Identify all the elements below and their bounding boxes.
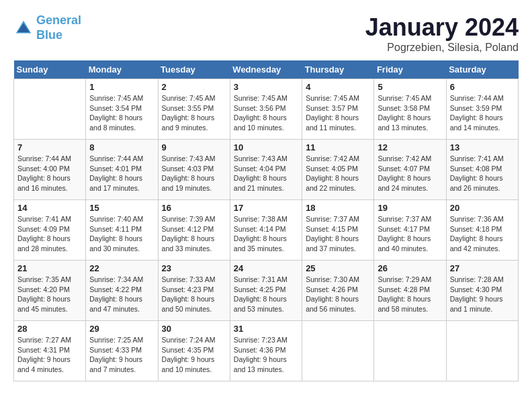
day-number: 28 [17, 324, 82, 334]
day-cell: 1Sunrise: 7:45 AMSunset: 3:54 PMDaylight… [86, 79, 158, 140]
day-cell: 7Sunrise: 7:44 AMSunset: 4:00 PMDaylight… [14, 140, 86, 200]
day-cell: 14Sunrise: 7:41 AMSunset: 4:09 PMDayligh… [14, 200, 86, 261]
day-number: 13 [450, 142, 515, 152]
day-number: 26 [378, 263, 442, 273]
day-number: 10 [234, 142, 298, 152]
day-number: 30 [162, 324, 226, 334]
day-cell: 10Sunrise: 7:43 AMSunset: 4:04 PMDayligh… [230, 140, 302, 200]
day-number: 14 [17, 203, 82, 213]
day-info: Sunrise: 7:41 AMSunset: 4:08 PMDaylight:… [450, 154, 515, 193]
day-cell: 3Sunrise: 7:45 AMSunset: 3:56 PMDaylight… [230, 79, 302, 140]
title-area: January 2024 Pogrzebien, Silesia, Poland [365, 13, 519, 54]
day-info: Sunrise: 7:38 AMSunset: 4:14 PMDaylight:… [234, 214, 298, 254]
logo: General Blue [13, 13, 81, 42]
day-number: 3 [234, 82, 298, 92]
week-row-2: 7Sunrise: 7:44 AMSunset: 4:00 PMDaylight… [14, 140, 519, 200]
day-cell: 11Sunrise: 7:42 AMSunset: 4:05 PMDayligh… [302, 140, 374, 200]
day-info: Sunrise: 7:45 AMSunset: 3:55 PMDaylight:… [162, 93, 226, 133]
day-cell: 29Sunrise: 7:25 AMSunset: 4:33 PMDayligh… [86, 321, 158, 381]
header-cell-friday: Friday [374, 60, 446, 79]
day-cell: 20Sunrise: 7:36 AMSunset: 4:18 PMDayligh… [446, 200, 518, 261]
header-cell-tuesday: Tuesday [158, 60, 230, 79]
header-cell-wednesday: Wednesday [230, 60, 302, 79]
day-number: 20 [450, 203, 515, 213]
day-info: Sunrise: 7:44 AMSunset: 4:01 PMDaylight:… [89, 154, 154, 193]
header-cell-thursday: Thursday [302, 60, 374, 79]
day-cell: 17Sunrise: 7:38 AMSunset: 4:14 PMDayligh… [230, 200, 302, 261]
day-number: 19 [378, 203, 442, 213]
day-cell: 12Sunrise: 7:42 AMSunset: 4:07 PMDayligh… [374, 140, 446, 200]
day-cell: 30Sunrise: 7:24 AMSunset: 4:35 PMDayligh… [158, 321, 230, 381]
day-cell: 9Sunrise: 7:43 AMSunset: 4:03 PMDaylight… [158, 140, 230, 200]
header: General Blue January 2024 Pogrzebien, Si… [13, 13, 519, 54]
day-number: 22 [89, 263, 154, 273]
logo-line1: General [36, 13, 81, 27]
day-number: 27 [450, 263, 515, 273]
day-info: Sunrise: 7:36 AMSunset: 4:18 PMDaylight:… [450, 214, 515, 254]
day-info: Sunrise: 7:23 AMSunset: 4:36 PMDaylight:… [234, 335, 298, 375]
day-info: Sunrise: 7:33 AMSunset: 4:23 PMDaylight:… [162, 275, 226, 314]
day-info: Sunrise: 7:44 AMSunset: 4:00 PMDaylight:… [17, 154, 82, 193]
day-number: 15 [89, 203, 154, 213]
day-number: 6 [450, 82, 515, 92]
day-cell: 23Sunrise: 7:33 AMSunset: 4:23 PMDayligh… [158, 261, 230, 321]
day-info: Sunrise: 7:45 AMSunset: 3:58 PMDaylight:… [378, 93, 442, 133]
day-number: 16 [162, 203, 226, 213]
day-info: Sunrise: 7:44 AMSunset: 3:59 PMDaylight:… [450, 93, 515, 133]
day-number: 1 [89, 82, 154, 92]
header-cell-saturday: Saturday [446, 60, 518, 79]
day-info: Sunrise: 7:45 AMSunset: 3:57 PMDaylight:… [306, 93, 370, 133]
day-info: Sunrise: 7:24 AMSunset: 4:35 PMDaylight:… [162, 335, 226, 375]
day-cell [446, 321, 518, 381]
day-info: Sunrise: 7:42 AMSunset: 4:07 PMDaylight:… [378, 154, 442, 193]
day-cell: 15Sunrise: 7:40 AMSunset: 4:11 PMDayligh… [86, 200, 158, 261]
day-number: 12 [378, 142, 442, 152]
day-cell: 21Sunrise: 7:35 AMSunset: 4:20 PMDayligh… [14, 261, 86, 321]
day-cell: 13Sunrise: 7:41 AMSunset: 4:08 PMDayligh… [446, 140, 518, 200]
day-info: Sunrise: 7:28 AMSunset: 4:30 PMDaylight:… [450, 275, 515, 314]
day-number: 24 [234, 263, 298, 273]
day-cell: 19Sunrise: 7:37 AMSunset: 4:17 PMDayligh… [374, 200, 446, 261]
day-info: Sunrise: 7:31 AMSunset: 4:25 PMDaylight:… [234, 275, 298, 314]
day-info: Sunrise: 7:42 AMSunset: 4:05 PMDaylight:… [306, 154, 370, 193]
day-info: Sunrise: 7:25 AMSunset: 4:33 PMDaylight:… [89, 335, 154, 375]
day-number: 23 [162, 263, 226, 273]
day-cell: 8Sunrise: 7:44 AMSunset: 4:01 PMDaylight… [86, 140, 158, 200]
day-number: 11 [306, 142, 370, 152]
week-row-3: 14Sunrise: 7:41 AMSunset: 4:09 PMDayligh… [14, 200, 519, 261]
calendar-body: 1Sunrise: 7:45 AMSunset: 3:54 PMDaylight… [14, 79, 519, 381]
day-cell: 28Sunrise: 7:27 AMSunset: 4:31 PMDayligh… [14, 321, 86, 381]
day-number: 25 [306, 263, 370, 273]
day-cell: 26Sunrise: 7:29 AMSunset: 4:28 PMDayligh… [374, 261, 446, 321]
day-cell [302, 321, 374, 381]
calendar-header: SundayMondayTuesdayWednesdayThursdayFrid… [14, 60, 519, 79]
day-number: 21 [17, 263, 82, 273]
day-cell: 5Sunrise: 7:45 AMSunset: 3:58 PMDaylight… [374, 79, 446, 140]
week-row-4: 21Sunrise: 7:35 AMSunset: 4:20 PMDayligh… [14, 261, 519, 321]
week-row-1: 1Sunrise: 7:45 AMSunset: 3:54 PMDaylight… [14, 79, 519, 140]
day-info: Sunrise: 7:34 AMSunset: 4:22 PMDaylight:… [89, 275, 154, 314]
logo-line2: Blue [36, 28, 62, 42]
day-number: 8 [89, 142, 154, 152]
day-cell: 22Sunrise: 7:34 AMSunset: 4:22 PMDayligh… [86, 261, 158, 321]
day-cell: 2Sunrise: 7:45 AMSunset: 3:55 PMDaylight… [158, 79, 230, 140]
day-cell: 27Sunrise: 7:28 AMSunset: 4:30 PMDayligh… [446, 261, 518, 321]
day-number: 4 [306, 82, 370, 92]
day-number: 31 [234, 324, 298, 334]
day-info: Sunrise: 7:37 AMSunset: 4:15 PMDaylight:… [306, 214, 370, 254]
day-cell: 25Sunrise: 7:30 AMSunset: 4:26 PMDayligh… [302, 261, 374, 321]
day-info: Sunrise: 7:37 AMSunset: 4:17 PMDaylight:… [378, 214, 442, 254]
page-subtitle: Pogrzebien, Silesia, Poland [365, 42, 519, 54]
header-row: SundayMondayTuesdayWednesdayThursdayFrid… [14, 60, 519, 79]
day-info: Sunrise: 7:45 AMSunset: 3:54 PMDaylight:… [89, 93, 154, 133]
header-cell-monday: Monday [86, 60, 158, 79]
day-info: Sunrise: 7:29 AMSunset: 4:28 PMDaylight:… [378, 275, 442, 314]
day-number: 29 [89, 324, 154, 334]
day-info: Sunrise: 7:43 AMSunset: 4:04 PMDaylight:… [234, 154, 298, 193]
day-info: Sunrise: 7:27 AMSunset: 4:31 PMDaylight:… [17, 335, 82, 375]
day-info: Sunrise: 7:45 AMSunset: 3:56 PMDaylight:… [234, 93, 298, 133]
day-number: 18 [306, 203, 370, 213]
day-number: 5 [378, 82, 442, 92]
day-cell: 31Sunrise: 7:23 AMSunset: 4:36 PMDayligh… [230, 321, 302, 381]
day-cell: 4Sunrise: 7:45 AMSunset: 3:57 PMDaylight… [302, 79, 374, 140]
